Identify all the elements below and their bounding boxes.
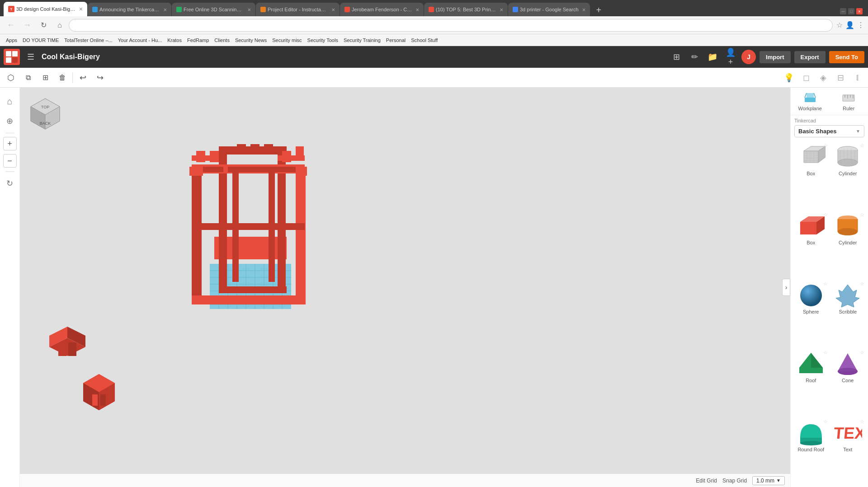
toolbar: ⬡ ⧉ ⊞ 🗑 ↩ ↪ 💡 ◻ ◈ ⊟ ⫿ — [0, 68, 868, 88]
mirror-icon[interactable]: ⫿ — [851, 71, 864, 84]
tinkercad-logo[interactable] — [4, 49, 20, 65]
import-btn[interactable]: Import — [760, 51, 790, 63]
tab-3-close[interactable]: × — [247, 6, 251, 13]
edit-grid-label[interactable]: Edit Grid — [696, 478, 717, 484]
tab-4-close[interactable]: × — [331, 6, 335, 13]
tab-6[interactable]: (10) TOP 5: Best 3D Printer 2020... × — [424, 3, 508, 16]
shape-star-7[interactable]: ☆ — [823, 350, 828, 356]
small-object-1[interactable] — [45, 320, 90, 356]
bookmark-7[interactable]: Clients — [212, 37, 232, 44]
copy-btn[interactable]: ⧉ — [21, 70, 35, 85]
fit-view-btn[interactable]: ⊕ — [2, 113, 18, 129]
maximize-btn[interactable]: □ — [848, 8, 854, 14]
back-btn[interactable]: ← — [4, 18, 18, 33]
workplane-btn[interactable]: Workplane — [791, 88, 830, 115]
bookmark-5[interactable]: Kratos — [165, 37, 184, 44]
shape-scribble[interactable]: ☆ Scribble — [830, 280, 866, 347]
bookmark-12[interactable]: Personal — [384, 37, 408, 44]
shape-star-2[interactable]: ☆ — [860, 143, 864, 149]
redo-btn[interactable]: ↪ — [93, 70, 107, 85]
tab-6-close[interactable]: × — [500, 6, 503, 13]
small-object-2[interactable] — [81, 372, 117, 412]
bookmark-4[interactable]: Your Account - Hu... — [116, 37, 164, 44]
shape-star-3[interactable]: ☆ — [823, 212, 828, 218]
tab-2-close[interactable]: × — [163, 6, 167, 13]
align-icon[interactable]: ⊟ — [834, 71, 847, 84]
edit-icon[interactable]: ✏ — [687, 50, 702, 64]
shapes-dropdown[interactable]: Basic Shapes ▼ — [794, 125, 864, 137]
nav-cube[interactable]: TOP BACK — [29, 97, 61, 133]
shape-text[interactable]: ☆ TEXT Text — [830, 418, 866, 485]
close-btn[interactable]: × — [856, 8, 863, 14]
tab-active[interactable]: T 3D design Cool Kasi-Bigery | Tin... × — [4, 2, 87, 16]
canvas-area[interactable]: TOP BACK — [20, 88, 790, 487]
shape-cylinder-orange[interactable]: ☆ Cylinder — [830, 211, 866, 278]
grid-view-icon[interactable]: ⊞ — [669, 50, 684, 64]
tab-7-close[interactable]: × — [582, 6, 586, 13]
bookmark-6[interactable]: FedRamp — [185, 37, 211, 44]
shape-box-red[interactable]: ☆ Box — [793, 211, 829, 278]
expand-panel-arrow[interactable]: › — [782, 279, 790, 296]
bookmark-10[interactable]: Security Tools — [305, 37, 340, 44]
delete-btn[interactable]: 🗑 — [55, 70, 70, 85]
round-roof-icon — [797, 420, 826, 447]
shape-star-9[interactable]: ☆ — [823, 419, 828, 425]
tab-5-close[interactable]: × — [415, 6, 419, 13]
duplicate-btn[interactable]: ⊞ — [38, 70, 52, 85]
shape-star-1[interactable]: ☆ — [823, 143, 828, 149]
shape-star-6[interactable]: ☆ — [860, 281, 864, 287]
bookmark-2[interactable]: DO YOUR TIME — [20, 37, 61, 44]
shape-star-10[interactable]: ☆ — [860, 419, 864, 425]
tab-5[interactable]: Jerobeam Fenderson - Circle... × — [340, 3, 424, 16]
add-user-icon[interactable]: 👤+ — [723, 50, 738, 64]
bookmark-3[interactable]: TotalTester Online –... — [62, 37, 114, 44]
shape-star-5[interactable]: ☆ — [823, 281, 828, 287]
settings-icon[interactable]: ⋮ — [857, 21, 864, 29]
send-to-btn[interactable]: Send To — [829, 51, 864, 63]
new-tab-button[interactable]: + — [592, 4, 605, 16]
main-3d-object[interactable] — [174, 142, 345, 323]
shape-round-roof[interactable]: ☆ Round Roof — [793, 418, 829, 485]
undo-btn[interactable]: ↩ — [75, 70, 90, 85]
rotate-view-btn[interactable]: ↻ — [2, 175, 18, 192]
avatar[interactable]: J — [741, 50, 756, 64]
shape-sphere-blue[interactable]: ☆ Sphere — [793, 280, 829, 347]
tab-close[interactable]: × — [79, 5, 83, 13]
forward-btn[interactable]: → — [20, 18, 34, 33]
profile-icon[interactable]: 👤 — [845, 21, 854, 29]
shapes-grid: ☆ — [791, 140, 868, 487]
export-btn[interactable]: Export — [794, 51, 826, 63]
bookmark-star-icon[interactable]: ☆ — [836, 21, 843, 29]
home-view-btn[interactable]: ⌂ — [2, 93, 18, 109]
bookmark-9[interactable]: Security misc — [270, 37, 304, 44]
tab-3[interactable]: Free Online 3D Scanning Class -... × — [172, 3, 255, 16]
hamburger-menu[interactable]: ☰ — [24, 50, 38, 64]
bookmark-13[interactable]: School Stuff — [409, 37, 440, 44]
bookmark-8[interactable]: Security News — [233, 37, 269, 44]
svg-rect-30 — [237, 144, 246, 153]
reload-btn[interactable]: ↻ — [36, 18, 51, 33]
home-btn[interactable]: ⌂ — [52, 18, 67, 33]
shape-box-gray[interactable]: ☆ — [793, 142, 829, 209]
ruler-btn[interactable]: Ruler — [830, 88, 868, 115]
light-icon[interactable]: 💡 — [782, 71, 796, 84]
shape-cylinder-gray[interactable]: ☆ Cylinder — [830, 142, 866, 209]
bookmark-apps[interactable]: Apps — [4, 37, 19, 44]
tab-7[interactable]: 3d printer - Google Search × — [508, 3, 590, 16]
tab-2[interactable]: Announcing the Tinkercad Studi... × — [88, 3, 171, 16]
address-bar[interactable]: tinkercad.com/things/7EOcnUMwszY-cool-ka… — [69, 19, 833, 32]
zoom-out-btn[interactable]: − — [3, 154, 17, 168]
minimize-btn[interactable]: ─ — [840, 8, 846, 14]
zoom-in-btn[interactable]: + — [3, 137, 17, 150]
shape-cone-purple[interactable]: ☆ Cone — [830, 349, 866, 416]
tab-4[interactable]: Project Editor - Instructables × — [256, 3, 340, 16]
view-icon-1[interactable]: ◻ — [799, 71, 813, 84]
view-icon-2[interactable]: ◈ — [816, 71, 830, 84]
snap-grid-value[interactable]: 1.0 mm ▼ — [752, 476, 785, 485]
shape-roof-green[interactable]: ☆ Roof — [793, 349, 829, 416]
folder-icon[interactable]: 📁 — [705, 50, 720, 64]
shape-star-4[interactable]: ☆ — [860, 212, 864, 218]
bookmark-11[interactable]: Security Training — [341, 37, 383, 44]
new-design-btn[interactable]: ⬡ — [4, 70, 18, 85]
shape-star-8[interactable]: ☆ — [860, 350, 864, 356]
